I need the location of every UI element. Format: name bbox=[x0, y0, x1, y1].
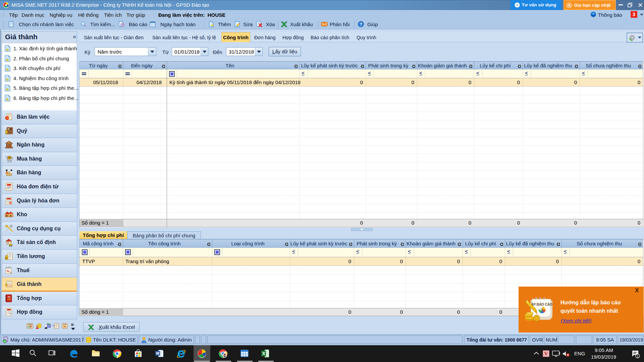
svg-text:W: W bbox=[156, 351, 160, 355]
svg-text:CÁI: CÁI bbox=[7, 298, 11, 300]
svg-text:123: 123 bbox=[7, 284, 12, 287]
svg-text:?: ? bbox=[360, 22, 362, 27]
svg-text:$: $ bbox=[6, 257, 7, 259]
svg-text:SỔ: SỔ bbox=[8, 296, 11, 298]
svg-text:1: 1 bbox=[637, 354, 639, 358]
svg-text:%: % bbox=[7, 269, 9, 273]
